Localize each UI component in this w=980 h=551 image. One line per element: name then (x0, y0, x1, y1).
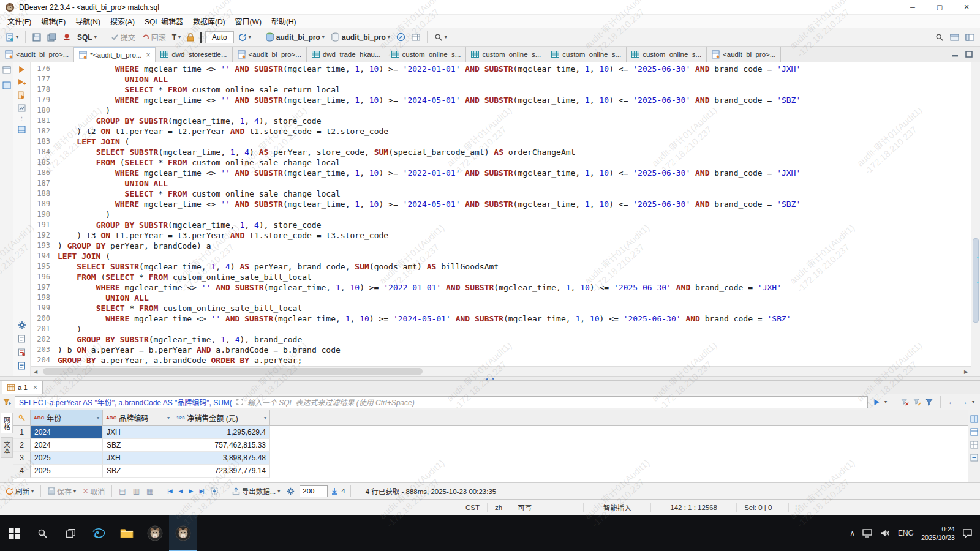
code-text[interactable]: WHERE mgclear_time <> '' AND SUBSTR(mgcl… (58, 313, 791, 324)
commit-button[interactable]: 提交 (109, 31, 137, 43)
editor-hscrollbar[interactable]: ◀ ▶ (31, 366, 971, 376)
action-center-icon[interactable] (962, 528, 973, 538)
code-text[interactable]: SELECT * FROM custom_online_sale_change_… (58, 189, 341, 199)
code-text[interactable]: WHERE mgclear_time <> '' AND SUBSTR(mgcl… (58, 95, 801, 105)
editor-tab[interactable]: dwd_storesettle... (156, 47, 232, 62)
rollback-button[interactable]: 回滚 (140, 31, 168, 43)
row-number[interactable]: 3 (13, 452, 31, 465)
table-cell[interactable]: 2025 (31, 452, 103, 465)
table-cell[interactable]: 2024 (31, 439, 103, 452)
show-views-icon[interactable] (2, 81, 11, 89)
filter-input[interactable]: SELECT a.perYear AS "年份", a.brandCode AS… (15, 396, 868, 408)
code-text[interactable]: ) (58, 105, 110, 116)
taskbar-search-icon[interactable] (28, 515, 56, 551)
code-text[interactable]: ) (58, 209, 110, 220)
scroll-left-icon[interactable]: ◀ (31, 367, 40, 377)
menu-item[interactable]: 数据库(D) (188, 16, 230, 26)
history-back-icon[interactable]: ← (948, 398, 956, 406)
column-header[interactable]: ABC品牌编码▾ (103, 410, 173, 425)
table-cell[interactable]: 723,397,779.14 (173, 465, 270, 478)
editor-tab[interactable]: *<audit_bi_pro...× (74, 47, 156, 62)
minimize-editor-icon[interactable] (952, 51, 959, 58)
code-text[interactable]: GROUP BY SUBSTR(mgclear_time, 1, 4), sto… (58, 116, 322, 126)
table-cell[interactable]: 2024 (31, 426, 103, 439)
table-cell[interactable]: 1,295,629.4 (173, 426, 270, 439)
code-text[interactable]: FROM (SELECT * FROM custom_online_sale_b… (58, 272, 312, 282)
editor-tab[interactable]: <audit_bi_pro>... (233, 47, 307, 62)
code-text[interactable]: ) (58, 324, 81, 334)
code-text[interactable]: ) t2 ON t1.perYear = t2.perYear AND t1.s… (58, 126, 388, 137)
insert-mode-indicator[interactable]: 智能插入 (584, 503, 651, 512)
tab-close-icon[interactable]: × (146, 51, 150, 59)
collapse-up-icon[interactable]: ▲ (485, 377, 489, 381)
search-button[interactable]: ▾ (432, 32, 449, 43)
toolbar-drag-handle[interactable] (200, 32, 202, 43)
execution-log-icon[interactable] (18, 348, 26, 356)
code-text[interactable]: WHERE mgclear_time <> '' AND SUBSTR(mgcl… (58, 199, 801, 209)
menu-item[interactable]: 导航(N) (70, 16, 105, 26)
code-text[interactable]: UNION ALL (58, 178, 168, 189)
next-row-icon[interactable]: ▶ (187, 487, 195, 495)
schema-selector[interactable]: audit_bi_pro ▾ (329, 31, 392, 43)
table-cell[interactable]: 757,462,815.33 (173, 439, 270, 452)
maximize-button[interactable]: ▢ (926, 0, 953, 14)
code-text[interactable]: UNION ALL (58, 74, 168, 84)
row-number[interactable]: 4 (13, 465, 31, 478)
collapse-down-icon[interactable]: ▼ (491, 377, 496, 381)
code-lines[interactable]: 176 WHERE mgclear_time <> '' AND SUBSTR(… (31, 62, 971, 366)
filter-icon[interactable] (3, 398, 12, 407)
write-mode-indicator[interactable]: 可写 (510, 503, 584, 512)
fetch-all-icon[interactable] (209, 486, 220, 496)
menu-item[interactable]: SQL 编辑器 (140, 16, 188, 26)
editor-vscrollbar[interactable] (971, 62, 980, 376)
add-row-icon[interactable]: ▤ (117, 485, 127, 497)
filter-dropdown-icon[interactable]: ▾ (264, 415, 266, 421)
code-text[interactable]: ) b ON a.perYear = b.perYear AND a.brand… (58, 345, 341, 355)
menu-item[interactable]: 窗口(W) (230, 16, 266, 26)
code-text[interactable]: GROUP BY SUBSTR(mgclear_time, 1, 4), sto… (58, 220, 322, 230)
scroll-right-icon[interactable]: ▶ (961, 367, 971, 377)
delete-row-icon[interactable]: ▦ (145, 485, 155, 497)
auto-refresh-button[interactable]: ▾ (236, 32, 253, 43)
editor-tab[interactable]: custom_online_s... (466, 47, 546, 62)
results-tab[interactable]: a 1 × (2, 381, 43, 394)
value-panel-icon[interactable] (970, 415, 978, 423)
hidden-icons-chevron[interactable]: ∧ (850, 529, 855, 538)
export-data-button[interactable]: 导出数据... ▾ (230, 485, 282, 497)
grid-panel-icon[interactable] (410, 32, 422, 43)
editor-tab[interactable]: custom_online_s... (386, 47, 467, 62)
duplicate-row-icon[interactable]: ▥ (131, 485, 141, 497)
code-text[interactable]: SELECT * FROM custom_online_sale_bill_lo… (58, 303, 302, 313)
expand-icon[interactable] (236, 399, 243, 405)
row-number[interactable]: 1 (13, 426, 31, 439)
code-text[interactable]: SELECT SUBSTR(mgclear_time, 1, 4) AS per… (58, 147, 575, 157)
table-row[interactable]: 42025SBZ723,397,779.14 (13, 465, 968, 478)
code-text[interactable]: LEFT JOIN ( (58, 251, 110, 261)
editor-tab[interactable]: <audit_bi_pro>... (0, 47, 74, 62)
grid-settings-gear-icon[interactable] (285, 486, 296, 497)
auto-commit-combo[interactable]: Auto (205, 31, 234, 43)
internet-explorer-icon[interactable]: e (85, 515, 113, 551)
editor-results-splitter[interactable]: ▲ ▼ (0, 376, 980, 381)
execute-new-tab-icon[interactable] (18, 78, 26, 86)
perspective-icon[interactable] (963, 32, 976, 43)
settings-gear-icon[interactable] (18, 321, 26, 329)
table-cell[interactable]: 3,898,875.48 (173, 452, 270, 465)
open-perspective-icon[interactable] (948, 32, 961, 43)
hscroll-thumb[interactable] (43, 368, 423, 375)
filter-dropdown-icon[interactable]: ▾ (167, 415, 170, 421)
table-row[interactable]: 22024SBZ757,462,815.33 (13, 439, 968, 452)
results-side-tab[interactable]: 网格 (1, 413, 13, 433)
column-header[interactable]: 123净销售金额 (元)▾ (173, 410, 270, 425)
dbeaver-app-icon[interactable] (141, 515, 169, 551)
sql-dialect-selector[interactable]: SQL ▾ (75, 32, 99, 43)
code-text[interactable]: UNION ALL (58, 293, 149, 303)
clear-filter-icon[interactable] (901, 398, 909, 406)
rownum-header[interactable] (13, 410, 31, 425)
explain-plan-icon[interactable] (18, 104, 26, 112)
menu-item[interactable]: 编辑(E) (36, 16, 70, 26)
table-cell[interactable]: JXH (103, 452, 173, 465)
transaction-mode-button[interactable]: T ▾ (170, 32, 183, 43)
editor-tab[interactable]: custom_online_s... (546, 47, 627, 62)
volume-icon[interactable] (880, 529, 891, 538)
